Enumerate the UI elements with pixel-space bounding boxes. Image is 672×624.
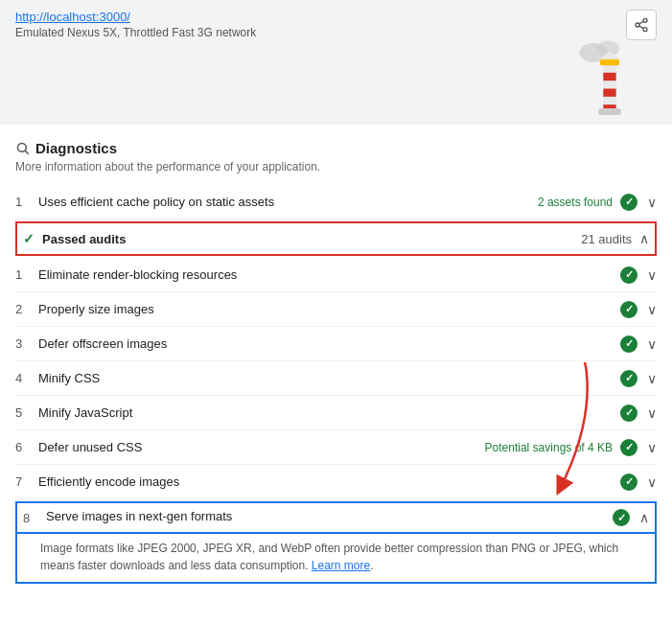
audit-item-chevron[interactable]: ∨	[647, 302, 657, 317]
static-assets-number: 1	[15, 195, 38, 209]
audit-item-chevron[interactable]: ∨	[647, 336, 657, 352]
audit-row: 4Minify CSS∨	[15, 361, 657, 396]
passed-audits-label: Passed audits	[42, 232, 581, 246]
audit-item-number: 5	[15, 405, 38, 420]
audit-item-number: 6	[15, 440, 38, 454]
diagnostics-description: More information about the performance o…	[15, 160, 657, 173]
svg-line-15	[25, 150, 28, 153]
audit-row: 7Efficiently encode images∨	[15, 465, 657, 499]
audit-item-number: 7	[15, 474, 38, 489]
audit-item-right: ∨	[620, 474, 657, 491]
row8-chevron[interactable]: ∧	[639, 510, 649, 525]
device-label: Emulated Nexus 5X, Throttled Fast 3G net…	[15, 26, 657, 39]
diagnostics-header: Diagnostics	[15, 140, 657, 156]
row8-label: Serve images in next-gen formats	[46, 509, 613, 523]
audit-item-right: ∨	[620, 301, 657, 318]
audit-item-right: ∨	[620, 335, 657, 353]
svg-rect-10	[603, 104, 615, 108]
audit-item-number: 1	[15, 267, 38, 282]
audit-item-chevron[interactable]: ∨	[647, 440, 657, 455]
audit-item-check	[620, 370, 637, 387]
audit-item-check	[620, 301, 637, 318]
audit-item-label: Efficiently encode images	[38, 474, 620, 489]
audit-item-number: 4	[15, 371, 38, 385]
row8-expanded: Image formats like JPEG 2000, JPEG XR, a…	[15, 534, 657, 584]
static-assets-row: 1 Uses efficient cache policy on static …	[15, 185, 657, 220]
audit-item-label: Properly size images	[38, 302, 620, 316]
audit-row: 1Eliminate render-blocking resources∨	[15, 258, 657, 292]
static-assets-meta: 2 assets found	[538, 196, 613, 209]
audit-item-chevron[interactable]: ∨	[647, 267, 657, 283]
svg-point-0	[643, 18, 647, 22]
main-content: Diagnostics More information about the p…	[0, 125, 672, 584]
svg-rect-11	[600, 59, 619, 66]
audit-item-chevron[interactable]: ∨	[647, 474, 657, 490]
svg-point-14	[18, 144, 27, 152]
audit-item-chevron[interactable]: ∨	[647, 371, 657, 386]
audit-item-label: Minify JavaScript	[38, 405, 620, 420]
audit-item-right: ∨	[620, 404, 657, 422]
static-assets-chevron[interactable]: ∨	[647, 195, 657, 210]
audit-item-meta: Potential savings of 4 KB	[485, 441, 613, 454]
svg-rect-8	[603, 73, 615, 81]
static-assets-label: Uses efficient cache policy on static as…	[38, 195, 538, 209]
passed-audits-chevron[interactable]: ∧	[639, 231, 649, 246]
audit-item-label: Defer offscreen images	[38, 336, 620, 351]
audit-item-check	[620, 404, 637, 422]
svg-point-2	[643, 28, 647, 32]
row8-check	[613, 509, 630, 526]
search-icon	[15, 141, 30, 155]
audit-row: 6Defer unused CSSPotential savings of 4 …	[15, 430, 657, 465]
svg-rect-13	[598, 108, 620, 115]
audit-item-check	[620, 266, 637, 284]
audit-item-label: Eliminate render-blocking resources	[38, 267, 620, 282]
learn-more-link[interactable]: Learn more	[312, 559, 370, 572]
audit-row: 3Defer offscreen images∨	[15, 327, 657, 361]
svg-rect-7	[603, 65, 615, 109]
audit-item-number: 3	[15, 336, 38, 351]
audit-item-label: Minify CSS	[38, 371, 620, 385]
audit-item-check	[620, 335, 637, 353]
audit-item-right: ∨	[620, 370, 657, 387]
passed-checkmark: ✓	[23, 231, 35, 246]
lighthouse-logo	[576, 29, 643, 125]
audit-item-label: Defer unused CSS	[38, 440, 485, 454]
row8-highlighted[interactable]: 8 Serve images in next-gen formats ∧	[15, 501, 657, 534]
url-link[interactable]: http://localhost:3000/	[15, 10, 130, 24]
audit-list: 1Eliminate render-blocking resources∨2Pr…	[15, 258, 657, 499]
row8-container: 8 Serve images in next-gen formats ∧	[15, 501, 657, 534]
audit-item-check	[620, 474, 637, 491]
audit-row: 5Minify JavaScript∨	[15, 396, 657, 430]
audit-item-check	[620, 439, 637, 456]
svg-line-4	[639, 21, 644, 24]
audit-item-number: 2	[15, 302, 38, 316]
audit-row: 2Properly size images∨	[15, 292, 657, 327]
static-assets-check	[620, 194, 637, 211]
diagnostics-title: Diagnostics	[35, 140, 117, 156]
svg-rect-9	[603, 89, 615, 97]
audit-item-right: ∨	[620, 266, 657, 284]
row8-right: ∧	[613, 509, 649, 526]
passed-audits-count: 21 audits	[581, 232, 632, 246]
audit-item-chevron[interactable]: ∨	[647, 405, 657, 421]
header-section: http://localhost:3000/ Emulated Nexus 5X…	[0, 0, 672, 125]
audit-item-right: Potential savings of 4 KB∨	[485, 439, 657, 456]
row8-number: 8	[23, 511, 46, 525]
static-assets-right: 2 assets found ∨	[538, 194, 657, 211]
passed-audits-row[interactable]: ✓ Passed audits 21 audits ∧	[15, 221, 657, 256]
svg-point-1	[636, 23, 639, 27]
